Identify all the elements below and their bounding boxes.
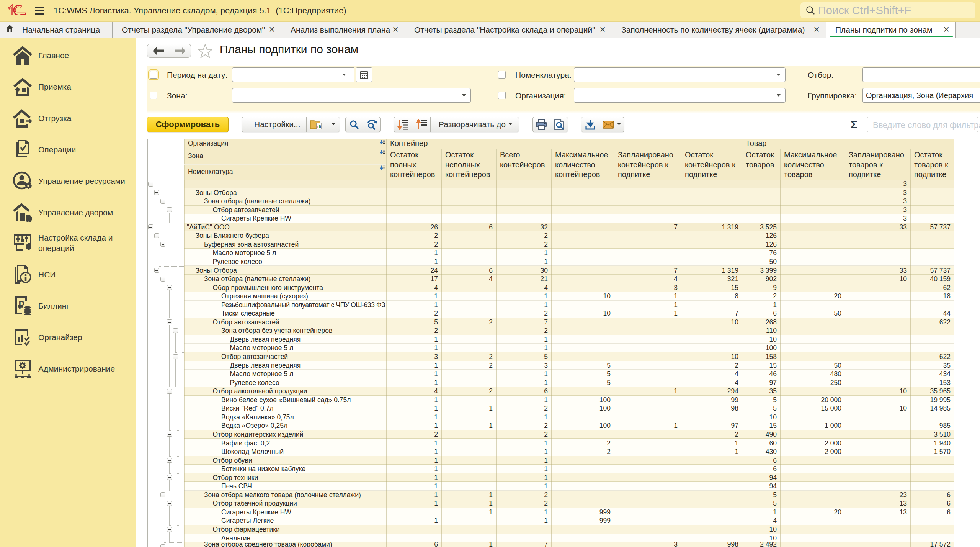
svg-text:₽: ₽ (18, 300, 24, 311)
